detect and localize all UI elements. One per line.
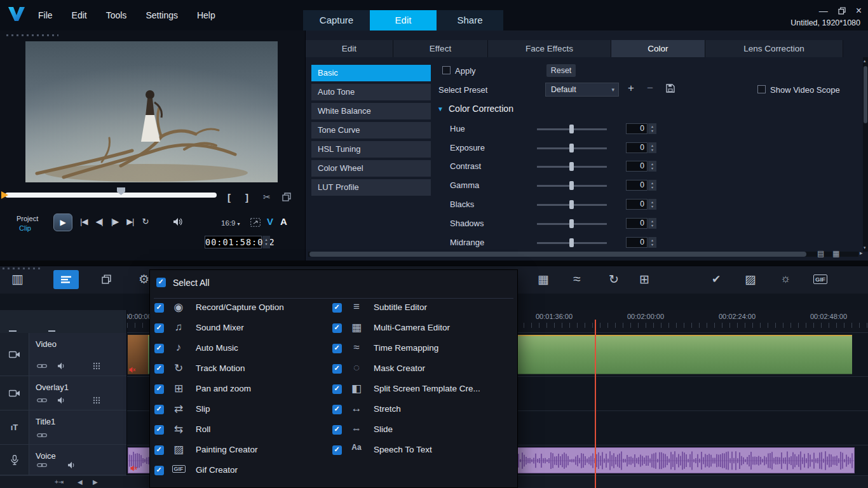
slider-value-input[interactable]: 0 [626, 180, 648, 191]
video-toggle[interactable]: V [267, 216, 273, 227]
menu-item-painting-creator[interactable]: ▨ Painting Creator [150, 445, 328, 458]
menu-item-roll[interactable]: ⇆ Roll [150, 424, 328, 437]
panel-tab-color[interactable]: Color [611, 40, 705, 57]
menu-tools[interactable]: Tools [106, 10, 127, 20]
step-forward-button[interactable]: |▶ [111, 217, 118, 226]
subtitle-editor-icon[interactable]: ✔ [712, 273, 721, 286]
enlarge-preview-icon[interactable] [250, 218, 261, 227]
panel-tab-effect[interactable]: Effect [393, 40, 488, 57]
link-icon[interactable] [37, 363, 47, 369]
slider-stepper[interactable]: ▴▾ [648, 123, 656, 134]
slider-thumb[interactable] [569, 181, 574, 190]
menu-item-pan-and-zoom[interactable]: ⊞ Pan and zoom [150, 384, 328, 396]
item-checkbox[interactable] [154, 405, 164, 414]
tab-capture[interactable]: Capture [303, 10, 370, 30]
slider-thumb[interactable] [569, 238, 574, 247]
tab-edit[interactable]: Edit [370, 10, 437, 30]
storyboard-view-icon[interactable]: ▥ [11, 271, 24, 287]
category-auto-tone[interactable]: Auto Tone [311, 84, 431, 100]
gif-creator-icon[interactable]: GIF [813, 274, 827, 284]
category-basic[interactable]: Basic [311, 65, 431, 81]
horizontal-scrollbar[interactable] [308, 252, 858, 257]
menu-file[interactable]: File [38, 10, 53, 20]
item-checkbox[interactable] [154, 344, 164, 353]
slider-stepper[interactable]: ▴▾ [648, 199, 656, 210]
split-clip-icon[interactable]: ✂ [263, 192, 271, 202]
slider-value-input[interactable]: 0 [626, 123, 648, 134]
slider-value-input[interactable]: 0 [626, 199, 648, 210]
loop-button[interactable]: ↻ [142, 217, 149, 226]
track-volume-icon[interactable] [57, 362, 66, 370]
aspect-ratio-dropdown[interactable]: 16:9 ▾ [221, 219, 240, 227]
columns-view-icon[interactable]: ▦ [832, 249, 839, 258]
item-checkbox[interactable] [332, 445, 342, 455]
panel-tab-face-effects[interactable]: Face Effects [488, 40, 611, 57]
tab-share[interactable]: Share [437, 10, 503, 30]
menu-item-track-motion[interactable]: ↻ Track Motion [150, 363, 328, 376]
audio-toggle[interactable]: A [280, 216, 287, 227]
video-clip-thumbnail[interactable] [128, 335, 148, 374]
panel-tab-edit[interactable]: Edit [306, 40, 393, 57]
track-volume-icon[interactable] [57, 396, 66, 404]
track-header-video[interactable]: Video [0, 333, 126, 376]
slider-value-input[interactable]: 0 [626, 161, 648, 172]
slider-value-input[interactable]: 0 [626, 237, 648, 248]
track-header-title1[interactable]: ıT Title1 [0, 410, 126, 445]
slider-thumb[interactable] [569, 200, 574, 209]
preview-timecode[interactable]: 00:01:58:002 [205, 236, 262, 248]
save-preset-icon[interactable] [666, 84, 675, 93]
step-back-button[interactable]: ◀| [95, 217, 102, 226]
item-checkbox[interactable] [332, 384, 342, 394]
menu-item-time-remapping[interactable]: ≈ Time Remapping [328, 343, 519, 356]
playhead[interactable] [595, 320, 596, 488]
show-video-scope-checkbox[interactable] [757, 85, 766, 93]
volume-icon[interactable] [173, 217, 183, 226]
mark-out-icon[interactable]: ] [245, 192, 248, 203]
slider-stepper[interactable]: ▴▾ [648, 218, 656, 229]
item-checkbox[interactable] [154, 323, 164, 333]
vertical-scrollbar[interactable]: ▴▾ [863, 57, 868, 252]
item-checkbox[interactable] [332, 303, 342, 313]
scroll-right-icon[interactable]: ▶ [93, 478, 98, 485]
menu-item-multi-camera-editor[interactable]: ▦ Multi-Camera Editor [328, 323, 519, 336]
slider-thumb[interactable] [569, 219, 574, 228]
slider-stepper[interactable]: ▴▾ [648, 142, 656, 153]
menu-item-subtitle-editor[interactable]: ≡ Subtitle Editor [328, 302, 519, 315]
speech-to-text-icon[interactable]: ☼ [780, 272, 791, 285]
menu-item-sound-mixer[interactable]: ♫ Sound Mixer [150, 323, 328, 336]
minimize-button[interactable]: — [819, 6, 828, 16]
preset-dropdown[interactable]: Default▾ [545, 83, 619, 97]
reset-button[interactable]: Reset [546, 64, 576, 77]
scroll-left-icon[interactable]: ◀ [78, 478, 83, 485]
item-checkbox[interactable] [332, 323, 342, 333]
timecode-stepper[interactable]: ▴▾ [262, 236, 270, 248]
item-checkbox[interactable] [154, 425, 164, 435]
mask-creator-icon[interactable]: ↻ [609, 272, 619, 287]
go-start-button[interactable]: |◀ [80, 217, 87, 226]
link-icon[interactable] [37, 397, 47, 403]
slider-thumb[interactable] [569, 144, 574, 152]
menu-item-auto-music[interactable]: ♪ Auto Music [150, 343, 328, 356]
item-checkbox[interactable] [154, 466, 164, 475]
copy-icon[interactable] [102, 274, 111, 284]
add-preset-icon[interactable]: + [628, 82, 634, 95]
item-checkbox[interactable] [154, 364, 164, 374]
item-checkbox[interactable] [332, 425, 342, 435]
play-button[interactable]: ▶ [53, 214, 72, 231]
time-remapping-icon[interactable]: ≈ [573, 271, 581, 287]
painting-creator-icon[interactable]: ▨ [745, 272, 756, 287]
menu-help[interactable]: Help [197, 10, 215, 20]
menu-item-mask-creator[interactable]: ◌ Mask Creator [328, 363, 519, 376]
mark-in-icon[interactable]: [ [227, 192, 231, 203]
menu-item-stretch[interactable]: ↔ Stretch [328, 404, 519, 417]
multi-camera-editor-icon[interactable]: ▦ [538, 272, 549, 287]
item-checkbox[interactable] [154, 445, 164, 455]
menu-item-split-screen-template[interactable]: ◧ Split Screen Template Cre... [328, 384, 519, 396]
timeline-view-icon[interactable] [53, 270, 79, 289]
menu-item-slip[interactable]: ⇄ Slip [150, 404, 328, 417]
close-button[interactable]: × [856, 5, 862, 17]
menu-item-speech-to-text[interactable]: Aa Speech To Text [328, 445, 519, 458]
slider-stepper[interactable]: ▴▾ [648, 237, 656, 248]
menu-edit[interactable]: Edit [72, 10, 87, 20]
menu-item-slide[interactable]: ⇔ Slide [328, 424, 519, 437]
